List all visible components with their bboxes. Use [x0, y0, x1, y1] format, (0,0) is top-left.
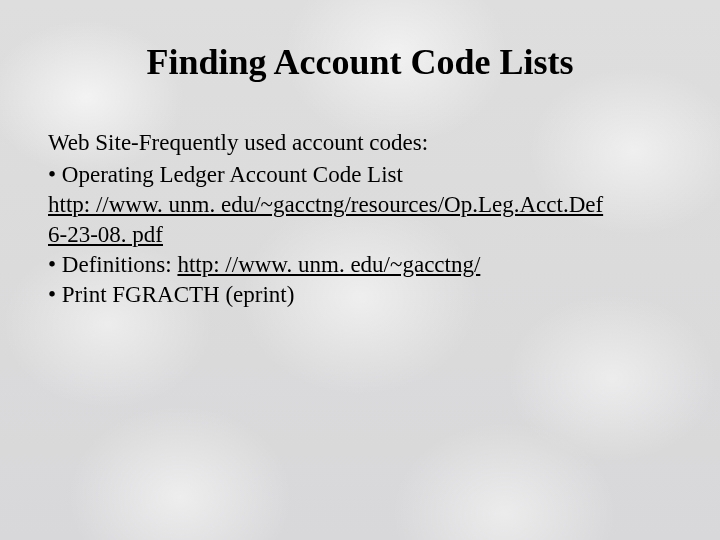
definitions-label: Definitions: [62, 252, 178, 277]
bullet-operating-ledger: Operating Ledger Account Code List [48, 160, 672, 190]
link-opleg-acctdef-part1[interactable]: http: //www. unm. edu/~gacctng/resources… [48, 190, 672, 220]
link-opleg-acctdef-part2[interactable]: 6-23-08. pdf [48, 220, 672, 250]
link-gacctng-home[interactable]: http: //www. unm. edu/~gacctng/ [177, 252, 480, 277]
bullet-definitions: Definitions: http: //www. unm. edu/~gacc… [48, 250, 672, 280]
slide-title: Finding Account Code Lists [100, 42, 620, 82]
bullet-print-fgracth: Print FGRACTH (eprint) [48, 280, 672, 310]
lead-text: Web Site-Frequently used account codes: [48, 128, 672, 158]
slide-body: Web Site-Frequently used account codes: … [48, 128, 672, 309]
slide: Finding Account Code Lists Web Site-Freq… [0, 0, 720, 540]
